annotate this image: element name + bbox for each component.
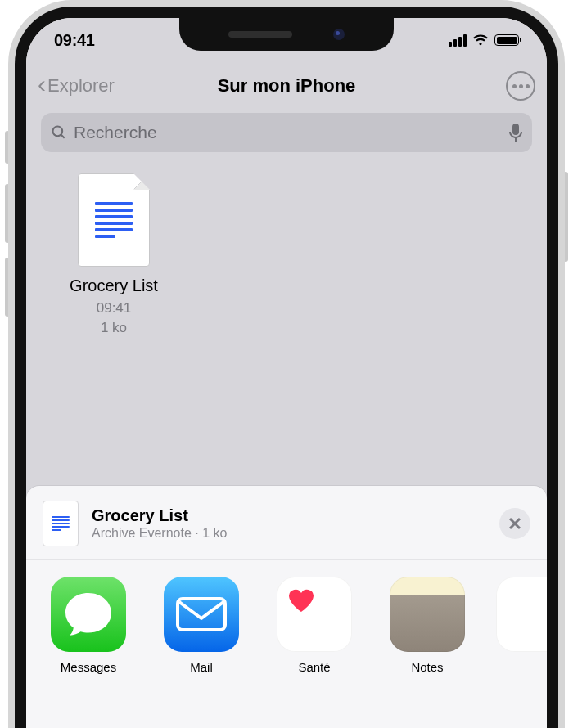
document-icon — [95, 199, 133, 241]
share-app-label: Notes — [383, 660, 471, 674]
share-app-notes[interactable]: Notes — [383, 577, 471, 674]
more-button[interactable] — [506, 71, 535, 101]
file-item[interactable]: Grocery List 09:41 1 ko — [52, 173, 175, 338]
messages-icon — [51, 577, 126, 652]
battery-icon — [494, 34, 519, 46]
share-title: Grocery List — [92, 506, 499, 525]
search-placeholder: Recherche — [74, 123, 503, 142]
status-time: 09:41 — [54, 31, 95, 50]
back-label: Explorer — [47, 75, 115, 97]
file-time: 09:41 — [52, 299, 175, 318]
cellular-icon — [449, 34, 467, 47]
share-app-more[interactable] — [496, 577, 517, 674]
svg-line-1 — [61, 135, 65, 138]
health-icon — [277, 577, 352, 652]
svg-point-0 — [53, 127, 63, 137]
share-app-row[interactable]: Messages Mail Santé — [26, 560, 547, 674]
back-button[interactable]: ‹ Explorer — [38, 74, 115, 98]
share-app-label: Messages — [44, 660, 133, 674]
nav-bar: ‹ Explorer Sur mon iPhone — [26, 62, 547, 110]
chevron-left-icon: ‹ — [38, 70, 46, 98]
share-app-health[interactable]: Santé — [270, 577, 359, 674]
document-icon — [52, 515, 70, 533]
share-app-label: Santé — [270, 660, 359, 674]
close-button[interactable] — [499, 508, 530, 539]
share-sheet: Grocery List Archive Evernote · 1 ko Mes… — [26, 486, 547, 728]
share-subtitle: Archive Evernote · 1 ko — [92, 526, 499, 541]
mic-icon[interactable] — [509, 124, 522, 142]
mail-icon — [164, 577, 239, 652]
file-thumbnail — [78, 173, 150, 267]
share-app-mail[interactable]: Mail — [157, 577, 246, 674]
svg-rect-4 — [178, 599, 225, 630]
close-icon — [508, 517, 521, 530]
ellipsis-icon — [512, 84, 517, 88]
file-name: Grocery List — [52, 276, 175, 295]
device-notch — [179, 18, 394, 51]
share-app-label: Mail — [157, 660, 246, 674]
notes-icon — [390, 577, 465, 652]
wifi-icon — [472, 34, 489, 47]
file-size: 1 ko — [52, 318, 175, 338]
search-bar[interactable]: Recherche — [41, 113, 532, 152]
share-app-messages[interactable]: Messages — [44, 577, 133, 674]
share-file-thumbnail — [43, 501, 79, 546]
search-icon — [51, 124, 67, 141]
